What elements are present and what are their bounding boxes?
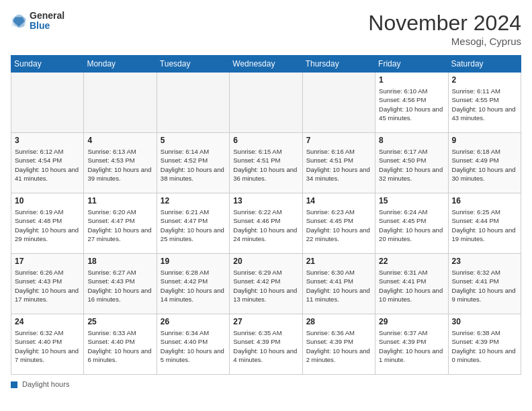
day-number: 12 — [161, 196, 226, 205]
col-header-tuesday: Tuesday — [157, 56, 229, 73]
logo-icon — [11, 13, 27, 29]
calendar-cell: 10Sunrise: 6:19 AM Sunset: 4:48 PM Dayli… — [11, 193, 84, 254]
calendar-cell: 24Sunrise: 6:32 AM Sunset: 4:40 PM Dayli… — [11, 314, 84, 375]
calendar-cell: 26Sunrise: 6:34 AM Sunset: 4:40 PM Dayli… — [157, 314, 229, 375]
day-info: Sunrise: 6:25 AM Sunset: 4:44 PM Dayligh… — [452, 208, 517, 243]
calendar-cell — [157, 73, 229, 133]
day-number: 19 — [161, 257, 226, 266]
day-number: 25 — [87, 317, 152, 326]
day-info: Sunrise: 6:30 AM Sunset: 4:41 PM Dayligh… — [306, 268, 371, 304]
footer-label: Daylight hours — [22, 380, 69, 388]
day-number: 27 — [233, 317, 298, 326]
calendar-cell: 25Sunrise: 6:33 AM Sunset: 4:40 PM Dayli… — [84, 314, 157, 375]
day-info: Sunrise: 6:17 AM Sunset: 4:50 PM Dayligh… — [379, 147, 444, 183]
footer-dot — [11, 381, 17, 388]
calendar-cell: 3Sunrise: 6:12 AM Sunset: 4:54 PM Daylig… — [11, 133, 84, 193]
day-info: Sunrise: 6:16 AM Sunset: 4:51 PM Dayligh… — [306, 147, 371, 183]
month-title: November 2024 — [368, 11, 521, 36]
col-header-wednesday: Wednesday — [230, 56, 302, 73]
calendar-cell: 19Sunrise: 6:28 AM Sunset: 4:42 PM Dayli… — [157, 254, 229, 314]
calendar-cell: 21Sunrise: 6:30 AM Sunset: 4:41 PM Dayli… — [302, 254, 375, 314]
day-info: Sunrise: 6:15 AM Sunset: 4:51 PM Dayligh… — [233, 147, 298, 183]
calendar-cell: 27Sunrise: 6:35 AM Sunset: 4:39 PM Dayli… — [230, 314, 302, 375]
day-number: 13 — [233, 196, 298, 205]
calendar-cell: 28Sunrise: 6:36 AM Sunset: 4:39 PM Dayli… — [302, 314, 375, 375]
calendar-cell: 16Sunrise: 6:25 AM Sunset: 4:44 PM Dayli… — [448, 193, 521, 254]
calendar-cell: 11Sunrise: 6:20 AM Sunset: 4:47 PM Dayli… — [84, 193, 157, 254]
col-header-friday: Friday — [375, 56, 448, 73]
day-number: 16 — [452, 196, 517, 205]
calendar-cell: 4Sunrise: 6:13 AM Sunset: 4:53 PM Daylig… — [84, 133, 157, 193]
calendar-cell: 13Sunrise: 6:22 AM Sunset: 4:46 PM Dayli… — [230, 193, 302, 254]
logo-general-text: General — [30, 11, 64, 21]
day-info: Sunrise: 6:19 AM Sunset: 4:48 PM Dayligh… — [15, 208, 80, 243]
day-info: Sunrise: 6:12 AM Sunset: 4:54 PM Dayligh… — [15, 147, 80, 183]
page-header: General Blue November 2024 Mesogi, Cypru… — [11, 11, 521, 47]
day-number: 7 — [306, 136, 371, 145]
day-info: Sunrise: 6:27 AM Sunset: 4:43 PM Dayligh… — [87, 268, 152, 304]
calendar-cell: 12Sunrise: 6:21 AM Sunset: 4:47 PM Dayli… — [157, 193, 229, 254]
footer: Daylight hours — [11, 380, 521, 388]
col-header-thursday: Thursday — [302, 56, 375, 73]
calendar-table: SundayMondayTuesdayWednesdayThursdayFrid… — [11, 55, 521, 375]
day-number: 24 — [15, 317, 80, 326]
calendar-cell: 22Sunrise: 6:31 AM Sunset: 4:41 PM Dayli… — [375, 254, 448, 314]
col-header-monday: Monday — [84, 56, 157, 73]
col-header-sunday: Sunday — [11, 56, 84, 73]
day-info: Sunrise: 6:20 AM Sunset: 4:47 PM Dayligh… — [87, 208, 152, 243]
day-number: 23 — [452, 257, 517, 266]
calendar-cell: 6Sunrise: 6:15 AM Sunset: 4:51 PM Daylig… — [230, 133, 302, 193]
day-info: Sunrise: 6:13 AM Sunset: 4:53 PM Dayligh… — [87, 147, 152, 183]
logo-text: General Blue — [30, 11, 64, 32]
day-number: 1 — [379, 75, 444, 85]
day-info: Sunrise: 6:35 AM Sunset: 4:39 PM Dayligh… — [233, 328, 298, 364]
calendar-week-2: 3Sunrise: 6:12 AM Sunset: 4:54 PM Daylig… — [11, 133, 521, 193]
calendar-week-3: 10Sunrise: 6:19 AM Sunset: 4:48 PM Dayli… — [11, 193, 521, 254]
day-number: 20 — [233, 257, 298, 266]
day-number: 9 — [452, 136, 517, 145]
day-info: Sunrise: 6:24 AM Sunset: 4:45 PM Dayligh… — [379, 208, 444, 243]
day-number: 4 — [87, 136, 152, 145]
calendar-cell: 30Sunrise: 6:38 AM Sunset: 4:39 PM Dayli… — [448, 314, 521, 375]
logo-blue-text: Blue — [30, 21, 64, 31]
logo: General Blue — [11, 11, 64, 32]
day-info: Sunrise: 6:10 AM Sunset: 4:56 PM Dayligh… — [379, 87, 444, 122]
day-info: Sunrise: 6:32 AM Sunset: 4:41 PM Dayligh… — [452, 268, 517, 304]
day-number: 5 — [161, 136, 226, 145]
day-number: 28 — [306, 317, 371, 326]
day-info: Sunrise: 6:26 AM Sunset: 4:43 PM Dayligh… — [15, 268, 80, 304]
day-info: Sunrise: 6:31 AM Sunset: 4:41 PM Dayligh… — [379, 268, 444, 304]
location-text: Mesogi, Cyprus — [368, 36, 521, 47]
calendar-week-5: 24Sunrise: 6:32 AM Sunset: 4:40 PM Dayli… — [11, 314, 521, 375]
calendar-cell: 1Sunrise: 6:10 AM Sunset: 4:56 PM Daylig… — [375, 73, 448, 133]
day-info: Sunrise: 6:21 AM Sunset: 4:47 PM Dayligh… — [161, 208, 226, 243]
calendar-cell — [230, 73, 302, 133]
calendar-cell — [11, 73, 84, 133]
day-number: 17 — [15, 257, 80, 266]
day-info: Sunrise: 6:36 AM Sunset: 4:39 PM Dayligh… — [306, 328, 371, 364]
day-number: 15 — [379, 196, 444, 205]
day-info: Sunrise: 6:37 AM Sunset: 4:39 PM Dayligh… — [379, 328, 444, 364]
day-number: 21 — [306, 257, 371, 266]
calendar-cell: 7Sunrise: 6:16 AM Sunset: 4:51 PM Daylig… — [302, 133, 375, 193]
calendar-cell — [84, 73, 157, 133]
calendar-cell: 20Sunrise: 6:29 AM Sunset: 4:42 PM Dayli… — [230, 254, 302, 314]
day-info: Sunrise: 6:34 AM Sunset: 4:40 PM Dayligh… — [161, 328, 226, 364]
day-info: Sunrise: 6:29 AM Sunset: 4:42 PM Dayligh… — [233, 268, 298, 304]
day-number: 2 — [452, 75, 517, 85]
calendar-cell: 2Sunrise: 6:11 AM Sunset: 4:55 PM Daylig… — [448, 73, 521, 133]
day-number: 14 — [306, 196, 371, 205]
calendar-body: 1Sunrise: 6:10 AM Sunset: 4:56 PM Daylig… — [11, 73, 521, 375]
calendar-cell: 17Sunrise: 6:26 AM Sunset: 4:43 PM Dayli… — [11, 254, 84, 314]
day-info: Sunrise: 6:38 AM Sunset: 4:39 PM Dayligh… — [452, 328, 517, 364]
calendar-header: SundayMondayTuesdayWednesdayThursdayFrid… — [11, 56, 521, 73]
calendar-week-1: 1Sunrise: 6:10 AM Sunset: 4:56 PM Daylig… — [11, 73, 521, 133]
day-info: Sunrise: 6:32 AM Sunset: 4:40 PM Dayligh… — [15, 328, 80, 364]
calendar-cell: 23Sunrise: 6:32 AM Sunset: 4:41 PM Dayli… — [448, 254, 521, 314]
day-number: 8 — [379, 136, 444, 145]
title-block: November 2024 Mesogi, Cyprus — [368, 11, 521, 47]
day-number: 22 — [379, 257, 444, 266]
day-info: Sunrise: 6:14 AM Sunset: 4:52 PM Dayligh… — [161, 147, 226, 183]
day-number: 30 — [452, 317, 517, 326]
day-number: 3 — [15, 136, 80, 145]
